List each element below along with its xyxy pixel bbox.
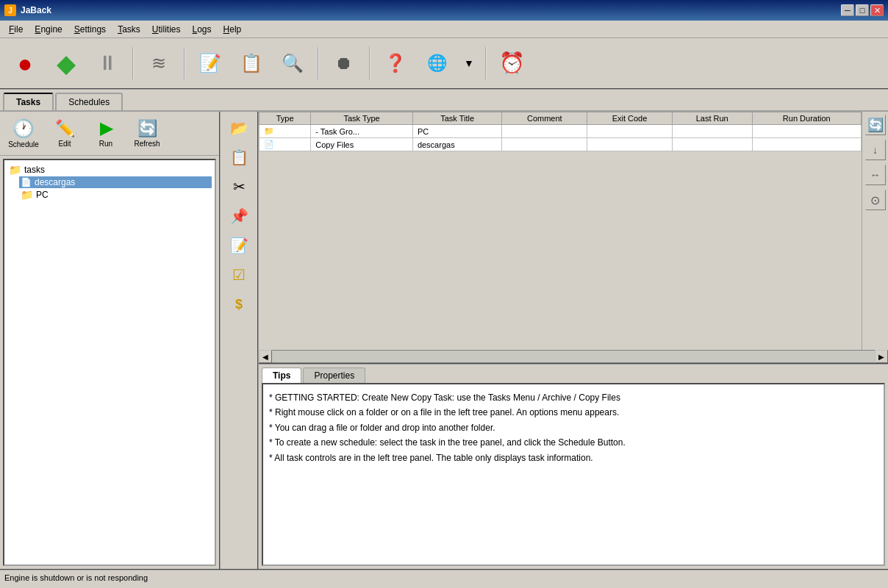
schedule-button[interactable]: 🕐 Schedule — [6, 118, 41, 148]
help-button[interactable]: ❓ — [376, 44, 415, 82]
tree-root-label: tasks — [24, 165, 45, 175]
tab-tasks[interactable]: Tasks — [3, 93, 54, 110]
record-icon: ⏺ — [335, 54, 353, 72]
scroll-track[interactable] — [272, 350, 875, 363]
edit-button[interactable]: 📝 — [191, 44, 229, 82]
about-button[interactable]: 🌐 — [418, 44, 456, 82]
tasks-button[interactable]: ≋ — [140, 44, 178, 82]
start-button[interactable]: ◆ — [47, 44, 85, 82]
refresh-button[interactable]: 🔄 Refresh — [129, 119, 165, 148]
tab-schedules[interactable]: Schedules — [55, 93, 123, 110]
cell-type: 📄 — [259, 138, 311, 151]
bottom-content: * GETTING STARTED: Create New Copy Task:… — [262, 383, 885, 566]
find-icon: 🔍 — [282, 54, 304, 72]
new-icon: 📋 — [240, 54, 262, 72]
title-bar: J JaBack ─ □ ✕ — [0, 0, 888, 21]
new-button[interactable]: 📋 — [232, 44, 271, 82]
col-last-run: Last Run — [672, 112, 752, 125]
cell-task-title: descargas — [412, 138, 502, 151]
edit-task-button[interactable]: ✏️ Edit — [47, 119, 82, 148]
dollar-side-btn[interactable]: $ — [225, 291, 253, 318]
tree-item-descargas[interactable]: 📄 descargas — [19, 176, 212, 188]
pause-button[interactable]: ⏸ — [88, 44, 126, 82]
minimize-button[interactable]: ─ — [841, 4, 854, 16]
alarm-icon: ⏰ — [499, 53, 525, 74]
refresh-label: Refresh — [134, 140, 160, 148]
col-task-title: Task Title — [412, 112, 502, 125]
toolbar-separator-3 — [318, 47, 319, 79]
window-controls: ─ □ ✕ — [841, 4, 884, 16]
col-comment: Comment — [502, 112, 587, 125]
cell-run-duration — [752, 125, 861, 138]
copy-side-btn[interactable]: 📋 — [225, 144, 253, 171]
arrow-right-icon-btn[interactable]: ↔ — [865, 165, 886, 185]
paste-side-btn[interactable]: 📌 — [225, 203, 253, 229]
tip-line: * You can drag a file or folder and drop… — [269, 420, 878, 435]
menu-logs[interactable]: Logs — [187, 23, 218, 36]
right-panel: Type Task Type Task Title Comment Exit C… — [259, 112, 888, 569]
cut-side-btn[interactable]: ✂ — [225, 173, 253, 200]
cell-task-type: - Task Gro... — [311, 125, 413, 138]
task-table: Type Task Type Task Title Comment Exit C… — [259, 112, 862, 151]
dropdown-icon: ▼ — [464, 58, 474, 68]
menu-utilities[interactable]: Utilities — [146, 23, 187, 36]
menu-file[interactable]: File — [3, 23, 29, 36]
edit-side-btn[interactable]: 📝 — [225, 232, 253, 259]
side-toolbar: 📂 📋 ✂ 📌 📝 ☑ $ — [221, 112, 259, 569]
scroll-left-btn[interactable]: ◀ — [259, 350, 272, 363]
status-text: Engine is shutdown or is not responding — [4, 573, 148, 582]
menu-tasks[interactable]: Tasks — [112, 23, 146, 36]
table-container: Type Task Type Task Title Comment Exit C… — [259, 112, 888, 363]
table-row[interactable]: 📁- Task Gro...PC — [259, 125, 862, 138]
target-right-icon-btn[interactable]: ⊙ — [865, 190, 886, 210]
down-right-icon-btn[interactable]: ↓ — [865, 140, 886, 160]
tip-line: * Right mouse click on a folder or on a … — [269, 405, 878, 420]
app-title: JaBack — [21, 5, 841, 15]
run-icon: ▶ — [100, 119, 112, 138]
status-bar: Engine is shutdown or is not responding — [0, 569, 888, 585]
find-button[interactable]: 🔍 — [273, 44, 312, 82]
tip-line: * To create a new schedule: select the t… — [269, 435, 878, 450]
refresh-right-icon-btn[interactable]: 🔄 — [865, 115, 886, 135]
schedule-icon: 🕐 — [12, 118, 35, 139]
table-scroll[interactable]: Type Task Type Task Title Comment Exit C… — [259, 112, 862, 350]
tab-tips[interactable]: Tips — [262, 368, 301, 383]
tree-item-pc[interactable]: 📁 PC — [19, 188, 212, 201]
cell-last-run — [672, 125, 752, 138]
col-task-type: Task Type — [311, 112, 413, 125]
stop-button[interactable]: ● — [6, 44, 44, 82]
tree-root-tasks[interactable]: 📁 tasks — [7, 163, 212, 176]
maximize-button[interactable]: □ — [856, 4, 869, 16]
root-folder-icon: 📁 — [9, 164, 21, 176]
close-button[interactable]: ✕ — [870, 4, 884, 16]
col-exit-code: Exit Code — [587, 112, 673, 125]
about-icon: 🌐 — [427, 55, 447, 71]
tree-label-pc: PC — [36, 190, 49, 200]
run-button[interactable]: ▶ Run — [88, 119, 123, 148]
task-tree[interactable]: 📁 tasks 📄 descargas 📁 PC — [3, 159, 216, 566]
toolbar-separator-5 — [485, 47, 487, 79]
toolbar-separator-4 — [369, 47, 370, 79]
menu-engine[interactable]: Engine — [29, 23, 68, 36]
right-icons: 🔄 ↓ ↔ ⊙ — [862, 112, 888, 350]
main-content: 🕐 Schedule ✏️ Edit ▶ Run 🔄 Refresh 📁 tas… — [0, 112, 888, 569]
tasks-icon: ≋ — [151, 54, 166, 72]
col-run-duration: Run Duration — [752, 112, 861, 125]
cell-task-title: PC — [412, 125, 502, 138]
cell-exit-code — [587, 125, 673, 138]
check-side-btn[interactable]: ☑ — [225, 262, 253, 288]
tab-row: Tasks Schedules — [0, 90, 888, 112]
alarm-button[interactable]: ⏰ — [493, 44, 531, 82]
horizontal-scrollbar[interactable]: ◀ ▶ — [259, 350, 888, 363]
file-icon-descargas: 📄 — [21, 177, 32, 187]
menu-settings[interactable]: Settings — [68, 23, 112, 36]
open-folder-side-btn[interactable]: 📂 — [225, 115, 253, 141]
tab-properties[interactable]: Properties — [303, 368, 365, 383]
record-button[interactable]: ⏺ — [325, 44, 363, 82]
menu-help[interactable]: Help — [218, 23, 248, 36]
cell-task-type: Copy Files — [311, 138, 413, 151]
dropdown-button[interactable]: ▼ — [459, 44, 479, 82]
table-row[interactable]: 📄Copy Filesdescargas — [259, 138, 862, 151]
scroll-right-btn[interactable]: ▶ — [875, 350, 888, 363]
app-icon: J — [4, 4, 16, 16]
